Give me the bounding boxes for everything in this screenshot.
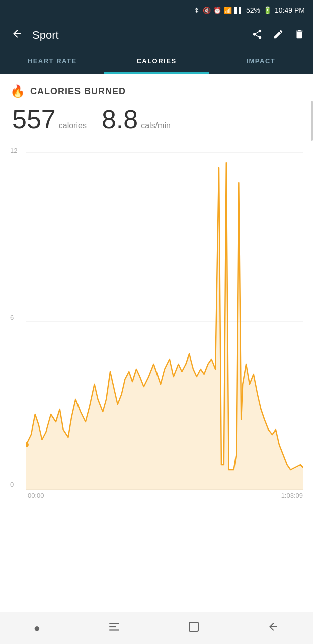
rate-unit: cals/min <box>141 121 171 130</box>
scrollbar <box>311 101 313 141</box>
rate-value: 8.8 <box>102 106 138 132</box>
chart-fill <box>26 163 303 490</box>
svg-rect-6 <box>189 622 198 631</box>
signal-icon: ▌▌ <box>234 7 243 14</box>
status-icons: 🔇 ⏰ 📶 ▌▌ <box>193 7 243 14</box>
x-label-start: 00:00 <box>28 492 44 499</box>
delete-button[interactable] <box>294 29 305 42</box>
y-label-0: 0 <box>10 481 14 488</box>
app-bar-actions <box>252 29 305 42</box>
y-axis: 12 6 0 <box>10 142 26 490</box>
tab-calories[interactable]: CALORIES <box>104 50 208 74</box>
flame-icon: 🔥 <box>10 84 25 98</box>
bottom-square-button[interactable] <box>188 621 200 636</box>
calories-value: 557 <box>12 106 56 132</box>
page-title: Sport <box>32 29 246 42</box>
section-title: CALORIES BURNED <box>30 86 126 97</box>
app-bar: Sport <box>0 20 313 50</box>
edit-button[interactable] <box>273 29 284 42</box>
stats-row: 557 calories 8.8 cals/min <box>10 106 303 132</box>
calories-stat: 557 calories <box>12 106 87 132</box>
tab-impact[interactable]: IMPACT <box>209 50 313 74</box>
calories-unit: calories <box>59 121 87 130</box>
battery-icon: 🔋 <box>263 6 272 14</box>
y-label-6: 6 <box>10 314 14 321</box>
mute-icon: 🔇 <box>203 7 211 14</box>
bottom-menu-button[interactable] <box>108 620 121 636</box>
x-label-end: 1:03:09 <box>281 492 303 499</box>
tabs: HEART RATE CALORIES IMPACT <box>0 50 313 74</box>
calories-chart <box>26 142 303 490</box>
rate-stat: 8.8 cals/min <box>102 106 171 132</box>
section-header: 🔥 CALORIES BURNED <box>10 84 303 98</box>
back-button[interactable] <box>8 28 26 43</box>
time-display: 10:49 PM <box>275 6 305 14</box>
bottom-dot-button[interactable]: ● <box>34 622 40 635</box>
chart-area <box>26 142 303 490</box>
status-bar: 🔇 ⏰ 📶 ▌▌ 52% 🔋 10:49 PM <box>0 0 313 20</box>
share-button[interactable] <box>252 29 263 42</box>
wifi-icon: 📶 <box>224 7 232 14</box>
bluetooth-icon <box>193 7 200 14</box>
alarm-icon: ⏰ <box>213 7 221 14</box>
chart-wrapper: 12 6 0 00:00 1:03:09 <box>10 142 303 499</box>
x-axis: 00:00 1:03:09 <box>10 492 303 499</box>
bottom-back-button[interactable] <box>267 621 279 636</box>
tab-heart-rate[interactable]: HEART RATE <box>0 50 104 74</box>
bottom-nav: ● <box>0 612 313 644</box>
main-content: 🔥 CALORIES BURNED 557 calories 8.8 cals/… <box>0 74 313 505</box>
y-label-12: 12 <box>10 147 17 154</box>
battery-percent: 52% <box>246 6 260 14</box>
